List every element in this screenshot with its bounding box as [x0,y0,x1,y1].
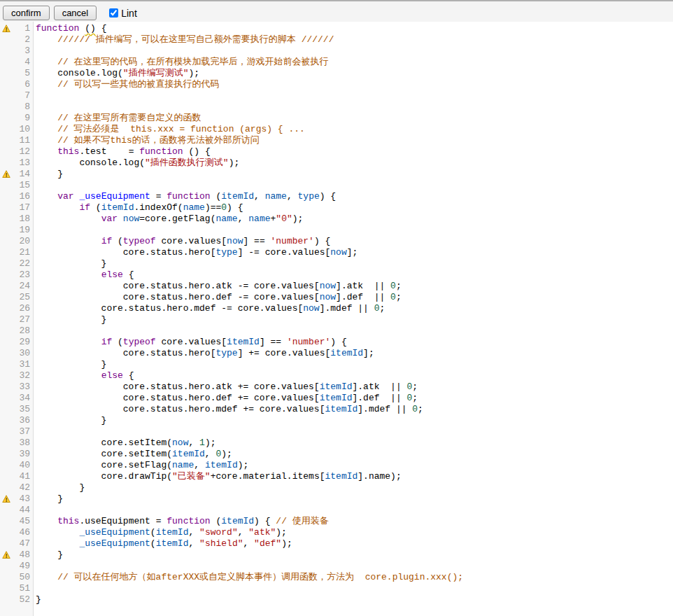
code-line[interactable] [33,583,673,594]
code-line[interactable]: // 在这里写所有需要自定义的函数 [33,113,673,124]
lint-gutter [0,359,13,370]
line-number: 11 [13,135,33,146]
line-number: 48 [13,550,33,561]
code-line-row: 27 } [0,314,673,326]
code-line[interactable]: } [33,314,673,326]
lint-gutter [0,270,13,281]
line-number: 44 [13,505,33,516]
line-number: 32 [13,370,33,382]
code-line[interactable] [33,90,673,102]
svg-text:!: ! [6,172,8,178]
code-line[interactable]: _useEquipment(itemId, "shield", "def"); [33,538,673,550]
code-line[interactable]: else { [33,270,673,281]
code-line[interactable]: var _useEquipment = function (itemId, na… [33,191,673,202]
code-line-row: 16 var _useEquipment = function (itemId,… [0,191,673,202]
code-line[interactable]: } [33,359,673,370]
code-line[interactable]: core.status.hero.mdef += core.values[ite… [33,404,673,415]
code-line[interactable]: if (typeof core.values[itemId] == 'numbe… [33,337,673,348]
code-line-row: 42 } [0,482,673,493]
code-line[interactable] [33,225,673,236]
code-line[interactable]: var now=core.getFlag(name, name+"0"); [33,214,673,225]
code-line[interactable]: core.status.hero.atk -= core.values[now]… [33,281,673,292]
lint-checkbox[interactable] [109,8,118,18]
code-line[interactable]: } [33,169,673,180]
code-line[interactable]: this.useEquipment = function (itemId) { … [33,516,673,527]
code-line[interactable]: core.status.hero.def -= core.values[now]… [33,292,673,303]
code-line[interactable] [33,561,673,572]
code-line[interactable]: } [33,493,673,505]
code-line[interactable]: core.status.hero.mdef -= core.values[now… [33,303,673,314]
code-line-row: 49 [0,561,673,572]
code-line[interactable]: if (typeof core.values[now] == 'number')… [33,236,673,247]
lint-gutter [0,516,13,527]
code-line[interactable]: _useEquipment(itemId, "sword", "atk"); [33,527,673,538]
lint-gutter [0,46,13,57]
code-line[interactable]: core.setItem(now, 1); [33,438,673,449]
code-line[interactable]: function () { [33,23,673,34]
svg-text:!: ! [6,497,8,503]
line-number: 35 [13,404,33,415]
confirm-button[interactable]: confirm [3,6,50,20]
lint-gutter [0,393,13,404]
code-line[interactable]: // 写法必须是 this.xxx = function (args) { ..… [33,124,673,135]
line-number: 9 [13,113,33,124]
code-line-row: 19 [0,225,673,236]
code-line[interactable] [33,426,673,438]
code-line-row: 24 core.status.hero.atk -= core.values[n… [0,281,673,292]
code-line[interactable]: console.log("插件编写测试"); [33,68,673,79]
line-number: 51 [13,583,33,594]
cancel-button[interactable]: cancel [54,6,97,20]
code-line[interactable]: core.status.hero[type] -= core.values[no… [33,247,673,258]
code-line[interactable]: this.test = function () { [33,146,673,158]
code-line-row: !14 } [0,169,673,180]
code-line[interactable]: } [33,550,673,561]
code-line-row: 9 // 在这里写所有需要自定义的函数 [0,113,673,124]
code-line[interactable]: } [33,415,673,426]
code-line-row: 40 core.setFlag(name, itemId); [0,460,673,471]
code-line[interactable]: core.drawTip("已装备"+core.material.items[i… [33,471,673,482]
code-editor[interactable]: !1function () {2 ////// 插件编写，可以在这里写自己额外需… [0,22,673,616]
code-line[interactable]: // 可以写一些其他的被直接执行的代码 [33,79,673,90]
line-number: 3 [13,46,33,57]
code-line[interactable]: } [33,594,673,606]
line-number: 45 [13,516,33,527]
code-line[interactable]: // 在这里写的代码，在所有模块加载完毕后，游戏开始前会被执行 [33,57,673,68]
code-line-row: 21 core.status.hero[type] -= core.values… [0,247,673,258]
lint-gutter [0,326,13,337]
code-line-row: 25 core.status.hero.def -= core.values[n… [0,292,673,303]
code-line-row: 12 this.test = function () { [0,146,673,158]
warning-icon: ! [0,169,13,180]
code-line[interactable]: ////// 插件编写，可以在这里写自己额外需要执行的脚本 ////// [33,34,673,46]
code-line-row: !43 } [0,493,673,505]
line-number: 18 [13,214,33,225]
code-line[interactable]: core.status.hero[type] += core.values[it… [33,348,673,359]
code-line[interactable]: if (itemId.indexOf(name)==0) { [33,202,673,214]
code-line[interactable]: else { [33,370,673,382]
code-line[interactable]: core.setFlag(name, itemId); [33,460,673,471]
lint-gutter [0,348,13,359]
code-line[interactable]: // 可以在任何地方（如afterXXX或自定义脚本事件）调用函数，方法为 co… [33,572,673,583]
code-line[interactable]: console.log("插件函数执行测试"); [33,158,673,169]
warning-icon: ! [0,493,13,505]
lint-gutter [0,292,13,303]
code-line-row: 26 core.status.hero.mdef -= core.values[… [0,303,673,314]
warning-triangle-icon: ! [2,170,10,178]
code-line[interactable] [33,505,673,516]
code-line[interactable] [33,46,673,57]
code-line[interactable] [33,326,673,337]
lint-gutter [0,158,13,169]
code-line[interactable]: } [33,482,673,493]
code-line[interactable]: core.setItem(itemId, 0); [33,449,673,460]
code-line-row: 36 } [0,415,673,426]
line-number: 40 [13,460,33,471]
code-line[interactable] [33,180,673,191]
line-number: 6 [13,79,33,90]
code-line[interactable]: // 如果不写this的话，函数将无法被外部所访问 [33,135,673,146]
code-line[interactable]: core.status.hero.atk += core.values[item… [33,382,673,393]
lint-gutter [0,415,13,426]
code-line[interactable]: } [33,258,673,270]
lint-gutter [0,426,13,438]
code-line-row: 51 [0,583,673,594]
code-line[interactable]: core.status.hero.def += core.values[item… [33,393,673,404]
code-line[interactable] [33,102,673,113]
